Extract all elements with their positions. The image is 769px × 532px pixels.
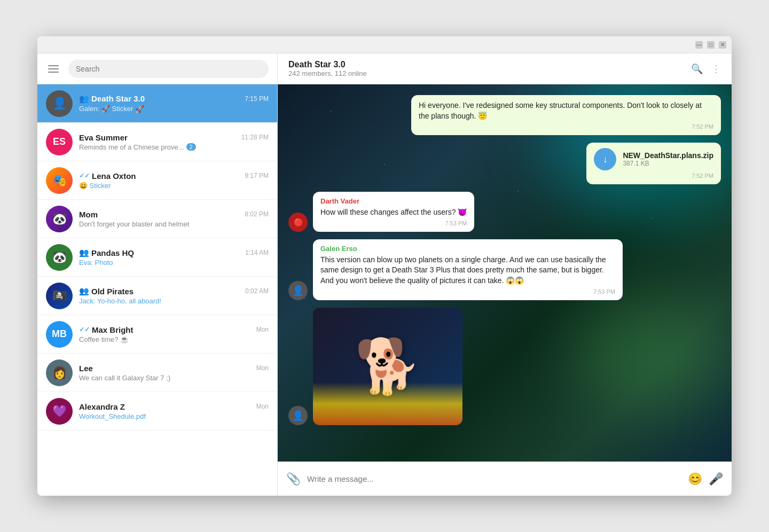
emoji-button[interactable]: 😊 <box>688 472 702 486</box>
chat-name-death-star: 👥 Death Star 3.0 <box>79 94 145 104</box>
avatar-eva-summer: ES <box>46 129 73 155</box>
double-check-max: ✓✓ <box>79 326 90 333</box>
chat-time-pandas: 1:14 AM <box>245 249 269 256</box>
chat-top-eva: Eva Summer 11:28 PM <box>79 133 269 142</box>
chat-item-alexandra[interactable]: 💜 Alexandra Z Mon Workout_Shedule.pdf <box>37 392 277 431</box>
message-2-file: ↓ NEW_DeathStar.plans.zip 387.1 KB 7:52 … <box>586 143 721 184</box>
message-input[interactable] <box>307 474 681 483</box>
titlebar: — □ ✕ <box>37 36 732 53</box>
chat-item-max-bright[interactable]: MB ✓✓ Max Bright Mon Coffee time? ☕ <box>37 315 277 354</box>
chat-preview-lee: We can call it Galaxy Star 7 ;) <box>79 374 269 382</box>
avatar-lee: 👩 <box>46 359 73 386</box>
chat-item-pandas[interactable]: 🐼 👥 Pandas HQ 1:14 AM Eva: Photo <box>37 238 277 277</box>
msg-sender-galen: Galen Erso <box>320 245 615 253</box>
chat-info-eva: Eva Summer 11:28 PM Reminds me of a Chin… <box>79 133 269 151</box>
attach-button[interactable]: 📎 <box>286 472 301 486</box>
avatar-sticker-sender: 👤 <box>288 406 308 425</box>
avatar-alexandra: 💜 <box>46 398 73 425</box>
avatar-old-pirates: 🏴‍☠️ <box>46 283 73 309</box>
chat-top: 👥 Death Star 3.0 7:15 PM <box>79 94 269 104</box>
file-bubble: ↓ NEW_DeathStar.plans.zip 387.1 KB <box>594 148 713 170</box>
msg-time-1: 7:52 PM <box>419 123 713 130</box>
avatar-pandas: 🐼 <box>46 244 73 271</box>
msg-row-4: 👤 Galen Erso This version can blow up tw… <box>288 239 721 300</box>
msg-text-4: This version can blow up two planets on … <box>320 255 615 286</box>
chat-preview-mom: Don't forget your blaster and helmet <box>79 220 269 228</box>
close-button[interactable]: ✕ <box>719 41 726 49</box>
hamburger-line-1 <box>48 65 59 66</box>
chat-preview-lena: 😀 Sticker <box>79 182 269 190</box>
chat-preview-pandas: Eva: Photo <box>79 259 269 267</box>
search-input[interactable] <box>68 60 269 78</box>
chat-time-mom: 8:02 PM <box>245 210 269 218</box>
rocket-icon: 🚀 <box>135 105 144 113</box>
chat-item-mom[interactable]: 🐼 Mom 8:02 PM Don't forget your blaster … <box>37 200 277 238</box>
message-1: Hi everyone. I've redesigned some key st… <box>411 95 721 135</box>
chat-preview-pirates: Jack: Yo-ho-ho, all aboard! <box>79 297 269 305</box>
chat-item-old-pirates[interactable]: 🏴‍☠️ 👥 Old Pirates 0:02 AM Jack: Yo-ho-h… <box>37 277 277 315</box>
chat-time-alexandra: Mon <box>256 403 269 410</box>
chat-header-name: Death Star 3.0 <box>288 60 685 69</box>
msg-row-2: ↓ NEW_DeathStar.plans.zip 387.1 KB 7:52 … <box>288 143 721 184</box>
group-icon-pirates: 👥 <box>79 286 89 296</box>
chat-preview-alexandra: Workout_Shedule.pdf <box>79 412 269 420</box>
chat-top-pandas: 👥 Pandas HQ 1:14 AM <box>79 248 269 257</box>
chat-area: Death Star 3.0 242 members, 112 online 🔍… <box>278 53 732 496</box>
chat-item-eva-summer[interactable]: ES Eva Summer 11:28 PM Reminds me of a C… <box>37 123 277 161</box>
msg-time-4: 7:53 PM <box>320 288 615 295</box>
chat-name-mom: Mom <box>79 210 98 219</box>
chat-info-lena: ✓✓ Lena Oxton 9:17 PM 😀 Sticker <box>79 171 269 190</box>
chat-info-pandas: 👥 Pandas HQ 1:14 AM Eva: Photo <box>79 248 269 267</box>
hamburger-line-2 <box>48 68 59 69</box>
msg-row-3: 🔴 Darth Vader How will these changes aff… <box>288 192 721 232</box>
chat-top-lena: ✓✓ Lena Oxton 9:17 PM <box>79 171 269 181</box>
maximize-button[interactable]: □ <box>707 41 715 49</box>
sticker-row: 👤 🐕 <box>288 308 721 425</box>
chat-item-lena[interactable]: 🎭 ✓✓ Lena Oxton 9:17 PM 😀 Sticker <box>37 161 277 200</box>
chat-top-max: ✓✓ Max Bright Mon <box>79 325 269 334</box>
msg-text-3: How will these changes affect the users?… <box>320 207 467 218</box>
app-window: — □ ✕ 👤 � <box>37 36 732 496</box>
chat-time-death-star: 7:15 PM <box>245 95 269 103</box>
messages-scroll[interactable]: Hi everyone. I've redesigned some key st… <box>278 84 732 461</box>
file-download-button[interactable]: ↓ <box>594 148 616 170</box>
sidebar: 👤 👥 Death Star 3.0 7:15 PM Galen: 🚀 Stic… <box>37 53 278 496</box>
message-3: Darth Vader How will these changes affec… <box>313 192 474 232</box>
hamburger-line-3 <box>48 72 59 73</box>
chat-time-eva: 11:28 PM <box>241 134 269 141</box>
sidebar-header <box>37 53 277 84</box>
chat-list: 👤 👥 Death Star 3.0 7:15 PM Galen: 🚀 Stic… <box>37 84 277 496</box>
more-options-button[interactable]: ⋮ <box>711 63 721 75</box>
header-icons: 🔍 ⋮ <box>691 63 721 75</box>
chat-preview-death-star: Galen: 🚀 Sticker 🚀 <box>79 105 269 113</box>
file-size: 387.1 KB <box>623 160 713 167</box>
chat-time-pirates: 0:02 AM <box>245 287 269 295</box>
chat-name-pirates: 👥 Old Pirates <box>79 286 134 296</box>
msg-time-2: 7:52 PM <box>594 173 713 179</box>
file-name: NEW_DeathStar.plans.zip <box>623 151 713 160</box>
avatar-galen: 👤 <box>288 281 308 300</box>
msg-text-1: Hi everyone. I've redesigned some key st… <box>419 100 713 121</box>
chat-preview-max: Coffee time? ☕ <box>79 335 269 343</box>
chat-info-alexandra: Alexandra Z Mon Workout_Shedule.pdf <box>79 402 269 420</box>
chat-time-lena: 9:17 PM <box>245 172 269 179</box>
app-body: 👤 👥 Death Star 3.0 7:15 PM Galen: 🚀 Stic… <box>37 53 732 496</box>
chat-name-max: ✓✓ Max Bright <box>79 325 134 334</box>
search-chat-button[interactable]: 🔍 <box>691 63 703 75</box>
messages-container: Hi everyone. I've redesigned some key st… <box>278 84 732 461</box>
sticker-image: 🐕 <box>313 308 462 425</box>
minimize-button[interactable]: — <box>695 41 703 49</box>
chat-top-lee: Lee Mon <box>79 364 269 373</box>
chat-item-death-star[interactable]: 👤 👥 Death Star 3.0 7:15 PM Galen: 🚀 Stic… <box>37 84 277 123</box>
hamburger-menu[interactable] <box>46 63 61 75</box>
microphone-button[interactable]: 🎤 <box>709 472 723 486</box>
chat-name-pandas: 👥 Pandas HQ <box>79 248 134 257</box>
chat-time-lee: Mon <box>256 364 269 372</box>
msg-sender-darth: Darth Vader <box>320 197 467 205</box>
chat-header-info: Death Star 3.0 242 members, 112 online <box>288 60 685 77</box>
chat-item-lee[interactable]: 👩 Lee Mon We can call it Galaxy Star 7 ;… <box>37 354 277 392</box>
fire-effect <box>313 382 462 425</box>
file-info: NEW_DeathStar.plans.zip 387.1 KB <box>623 151 713 167</box>
chat-info-max: ✓✓ Max Bright Mon Coffee time? ☕ <box>79 325 269 343</box>
double-check-lena: ✓✓ <box>79 172 90 179</box>
